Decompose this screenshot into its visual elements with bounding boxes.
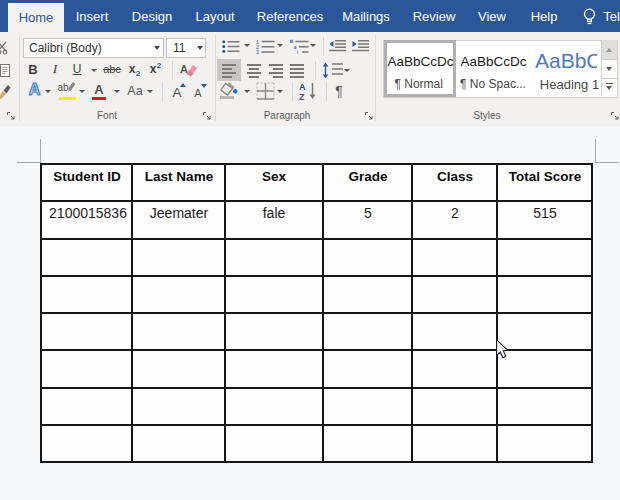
svg-text:3: 3 [256,49,259,54]
svg-text:A: A [299,82,306,92]
svg-text:Z: Z [299,92,305,101]
svg-text:i: i [297,49,298,54]
